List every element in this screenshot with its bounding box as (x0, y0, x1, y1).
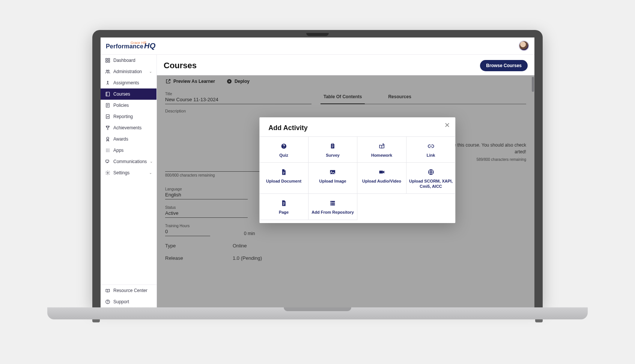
people-icon (105, 69, 110, 74)
app-logo[interactable]: Grace Hill PerformanceHQ (106, 42, 155, 50)
svg-rect-1 (108, 58, 110, 60)
sidebar-item-label: Communications (113, 159, 147, 164)
svg-point-23 (108, 303, 108, 303)
activity-label: Survey (326, 153, 340, 158)
activity-option-add-from-repository[interactable]: Add From Repository (308, 194, 358, 220)
sidebar-item-label: Awards (113, 136, 128, 142)
svg-point-12 (107, 148, 108, 149)
repository-icon (330, 200, 336, 207)
sidebar-item-label: Courses (113, 91, 130, 97)
sidebar-item-apps[interactable]: Apps (101, 145, 156, 156)
chevron-down-icon: ⌄ (149, 171, 152, 175)
trophy-icon (105, 125, 110, 130)
add-activity-modal: ✕ Add Activity Quiz (259, 117, 455, 223)
sidebar-item-label: Dashboard (113, 58, 135, 63)
activity-option-upload-image[interactable]: Upload Image (308, 163, 358, 194)
dashboard-icon (105, 58, 110, 63)
sidebar-item-label: Reporting (113, 114, 133, 119)
close-modal-button[interactable]: ✕ (444, 121, 450, 129)
svg-point-19 (109, 151, 110, 152)
sidebar-item-label: Achievements (113, 125, 141, 130)
sidebar-item-administration[interactable]: Administration ⌄ (101, 66, 156, 77)
apps-icon (105, 148, 110, 153)
activity-label: Add From Repository (311, 210, 354, 215)
sidebar-item-reporting[interactable]: Reporting (101, 111, 156, 122)
activity-option-link[interactable]: Link (406, 137, 456, 163)
activity-option-upload-audio-video[interactable]: Upload Audio/Video (357, 163, 406, 194)
sidebar-item-communications[interactable]: Communications ⌄ (101, 156, 156, 167)
award-icon (105, 136, 110, 142)
laptop-foot (535, 319, 543, 322)
svg-point-36 (331, 201, 331, 202)
chevron-down-icon: ⌄ (149, 69, 152, 73)
sidebar-item-label: Support (113, 299, 129, 304)
svg-rect-31 (379, 171, 383, 174)
svg-rect-20 (106, 160, 109, 162)
sidebar-item-support[interactable]: Support (101, 296, 156, 307)
svg-point-10 (107, 137, 109, 139)
activity-label: Upload Document (266, 178, 301, 184)
courses-icon (105, 91, 110, 97)
chevron-down-icon: ⌄ (150, 159, 153, 163)
svg-point-14 (106, 150, 107, 151)
svg-rect-0 (106, 58, 107, 60)
sidebar-item-settings[interactable]: Settings ⌄ (101, 167, 156, 178)
svg-rect-28 (332, 143, 334, 144)
activity-label: Upload SCORM, XAPI, Cmi5, AICC (409, 178, 453, 189)
svg-point-4 (106, 70, 108, 71)
sidebar-item-dashboard[interactable]: Dashboard (101, 55, 156, 66)
svg-point-26 (283, 147, 284, 148)
activity-option-upload-scorm[interactable]: Upload SCORM, XAPI, Cmi5, AICC (406, 163, 456, 194)
browse-courses-button[interactable]: Browse Courses (480, 60, 528, 71)
sidebar-item-label: Apps (113, 148, 123, 153)
activity-option-upload-document[interactable]: Upload Document (259, 163, 308, 194)
activity-option-homework[interactable]: Homework (357, 137, 406, 163)
svg-point-6 (107, 81, 108, 82)
sidebar-item-policies[interactable]: Policies (101, 100, 156, 111)
book-icon (105, 288, 110, 293)
svg-point-16 (109, 150, 110, 151)
sidebar-item-assignments[interactable]: Assignments (101, 77, 156, 88)
svg-point-38 (331, 205, 331, 205)
quiz-icon (280, 143, 287, 150)
activity-label: Link (427, 153, 435, 158)
link-icon (427, 143, 434, 150)
svg-rect-2 (106, 61, 107, 62)
brand-small: Grace Hill (131, 41, 146, 45)
activity-option-page[interactable]: Page (259, 194, 308, 220)
sidebar-item-label: Resource Center (113, 288, 147, 293)
sidebar-item-label: Settings (113, 170, 129, 175)
svg-point-15 (107, 150, 108, 151)
activity-label: Homework (371, 153, 392, 158)
sidebar-item-courses[interactable]: Courses (101, 88, 156, 100)
sidebar-item-awards[interactable]: Awards (101, 133, 156, 145)
video-icon (378, 169, 385, 175)
svg-point-21 (107, 172, 108, 174)
document-icon (280, 169, 287, 175)
sidebar-item-achievements[interactable]: Achievements (101, 122, 156, 133)
laptop-base (47, 307, 588, 319)
laptop-camera-notch (306, 33, 329, 36)
sidebar-item-label: Administration (113, 69, 142, 74)
activity-option-survey[interactable]: Survey (308, 137, 358, 163)
svg-point-11 (106, 148, 107, 149)
sidebar-item-resource-center[interactable]: Resource Center (101, 285, 156, 296)
page-title: Courses (164, 61, 197, 70)
laptop-foot (92, 319, 100, 322)
modal-title: Add Activity (268, 124, 446, 132)
user-avatar[interactable] (519, 40, 529, 51)
sidebar-item-label: Policies (113, 103, 129, 108)
activity-option-quiz[interactable]: Quiz (259, 137, 308, 163)
homework-icon (378, 143, 385, 150)
globe-icon (427, 169, 434, 175)
activity-label: Upload Image (319, 178, 346, 184)
assignments-icon (105, 80, 110, 85)
activity-label: Upload Audio/Video (362, 178, 401, 184)
gear-icon (105, 170, 110, 175)
svg-point-37 (331, 203, 331, 204)
help-icon (105, 299, 110, 304)
svg-point-13 (109, 148, 110, 149)
activity-label: Quiz (279, 153, 288, 158)
sidebar-item-label: Assignments (113, 80, 139, 85)
sidebar: Dashboard Administration ⌄ Assignments (101, 55, 157, 307)
